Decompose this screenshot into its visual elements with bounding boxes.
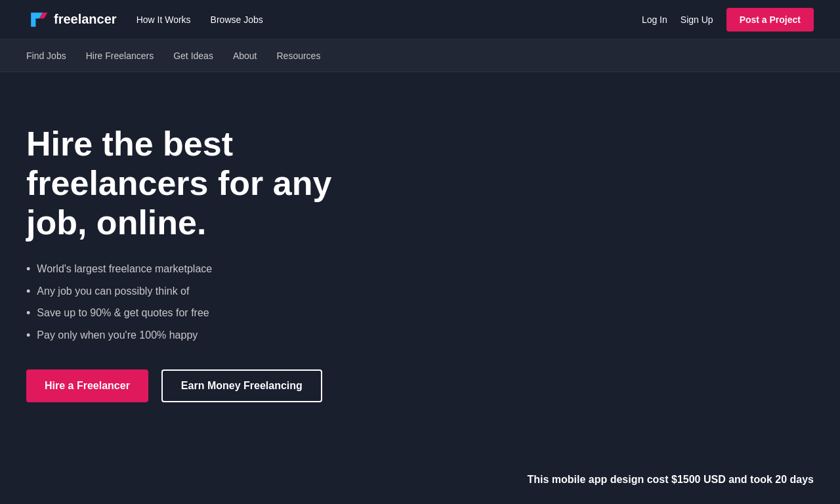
- how-it-works-link[interactable]: How It Works: [136, 14, 191, 25]
- bullet-item-2: Any job you can possibly think of: [26, 284, 394, 299]
- hero-buttons: Hire a Freelancer Earn Money Freelancing: [26, 369, 394, 402]
- login-link[interactable]: Log In: [642, 14, 667, 25]
- hire-freelancers-link[interactable]: Hire Freelancers: [86, 47, 154, 64]
- post-project-button[interactable]: Post a Project: [726, 8, 814, 32]
- top-navigation: freelancer How It Works Browse Jobs Log …: [0, 0, 840, 39]
- hire-freelancer-button[interactable]: Hire a Freelancer: [26, 369, 148, 402]
- signup-link[interactable]: Sign Up: [681, 14, 713, 25]
- secondary-navigation: Find Jobs Hire Freelancers Get Ideas Abo…: [0, 39, 840, 72]
- bullet-item-3: Save up to 90% & get quotes for free: [26, 306, 394, 321]
- top-nav-right: Log In Sign Up Post a Project: [642, 8, 814, 32]
- about-link[interactable]: About: [233, 47, 257, 64]
- hero-section: Hire the best freelancers for any job, o…: [0, 72, 420, 429]
- browse-jobs-link[interactable]: Browse Jobs: [211, 14, 263, 25]
- get-ideas-link[interactable]: Get Ideas: [173, 47, 213, 64]
- top-nav-links: How It Works Browse Jobs: [136, 14, 642, 25]
- resources-link[interactable]: Resources: [276, 47, 320, 64]
- logo-area[interactable]: freelancer: [26, 8, 117, 32]
- bullet-item-1: World's largest freelance marketplace: [26, 262, 394, 277]
- bottom-banner-text: This mobile app design cost $1500 USD an…: [527, 474, 814, 486]
- hero-title: Hire the best freelancers for any job, o…: [26, 125, 394, 242]
- earn-money-button[interactable]: Earn Money Freelancing: [161, 369, 322, 402]
- freelancer-logo-icon: [26, 8, 50, 32]
- bullet-item-4: Pay only when you're 100% happy: [26, 328, 394, 343]
- logo-text: freelancer: [54, 12, 117, 27]
- find-jobs-link[interactable]: Find Jobs: [26, 47, 66, 64]
- hero-bullets-list: World's largest freelance marketplace An…: [26, 262, 394, 343]
